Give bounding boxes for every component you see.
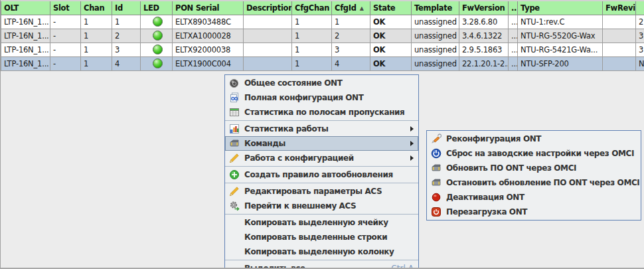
column-header-olt[interactable]: OLT (1, 1, 50, 15)
column-header-state[interactable]: State (370, 1, 412, 15)
cell-cfgid[interactable]: 2 (332, 29, 370, 43)
cell-pon-serial[interactable]: ELTX92000038 (173, 43, 244, 56)
cell-more[interactable]: ... (509, 29, 518, 43)
cell-type[interactable]: NTU-SFP-200 (518, 56, 603, 70)
cell-pon-serial[interactable]: ELTX1900C004 (173, 56, 244, 70)
cell-fwrevision[interactable] (603, 43, 636, 56)
cell-pon-serial[interactable]: ELTXA1000028 (173, 29, 244, 43)
cell-state[interactable]: OK (370, 56, 412, 70)
column-header-pon-serial[interactable]: PON Serial (173, 1, 244, 15)
cell-template[interactable]: unassigned (412, 56, 459, 70)
column-header-description[interactable]: Description (244, 1, 292, 15)
cell-template[interactable]: unassigned (412, 43, 459, 56)
menu-item-work-statistics[interactable]: Статистика работы (225, 122, 418, 136)
cell-olt[interactable]: LTP-16N_1... (1, 43, 50, 56)
menu-item-ont-deactivation[interactable]: Деактивация ONT (427, 190, 641, 205)
cell-led[interactable] (141, 29, 173, 43)
cell-id[interactable]: 4 (112, 56, 141, 70)
cell-slot[interactable]: - (50, 15, 81, 29)
column-header-cfgid[interactable]: CfgId▲ (332, 1, 370, 15)
cell-type[interactable]: NTU-1:rev.C (518, 15, 603, 29)
table-row[interactable]: LTP-16N_1...-14ELTX1900C00414OKunassigne… (1, 56, 644, 70)
cell-fwrevision[interactable] (603, 29, 636, 43)
menu-item-edit-acs-params[interactable]: Редактировать параметры ACS (225, 184, 418, 199)
table-row[interactable]: LTP-16N_1...-12ELTXA100002812OKunassigne… (1, 29, 644, 43)
cell-description[interactable] (244, 15, 292, 29)
cell-more[interactable]: ... (509, 43, 518, 56)
table-row[interactable]: LTP-16N_1...-13ELTX9200003813OKunassigne… (1, 43, 644, 56)
cell-slot[interactable]: - (50, 56, 81, 70)
cell-chan[interactable]: 1 (81, 43, 112, 56)
cell-cfgid[interactable]: 3 (332, 43, 370, 56)
cell-template[interactable]: unassigned (412, 29, 459, 43)
menu-item-copy-selected-rows[interactable]: Копировать выделенные строки (225, 230, 418, 244)
cell-fwversion[interactable]: 22.1.20.1-2... (459, 56, 509, 70)
menu-item-create-autoupdate-rule[interactable]: Создать правило автообновления (225, 167, 418, 182)
cell-state[interactable]: OK (370, 15, 412, 29)
table-row[interactable]: LTP-16N_1...-11ELTX8903488C11OKunassigne… (1, 15, 644, 29)
menu-item-ont-reboot[interactable]: Перезагрузка ONT (427, 205, 641, 219)
cell-state[interactable]: OK (370, 43, 412, 56)
column-header-cfgchan[interactable]: CfgChan (292, 1, 332, 15)
cell-description[interactable] (244, 29, 292, 43)
cell-led[interactable] (141, 56, 173, 70)
column-header-led[interactable]: LED (141, 1, 173, 15)
menu-item-select-all[interactable]: Выделить всеCtrl-A (225, 261, 418, 269)
menu-item-config-operations[interactable]: Работа с конфигурацией (225, 151, 418, 165)
cell-cfgchan[interactable]: 1 (292, 29, 332, 43)
cell-cut[interactable]: N (636, 56, 644, 70)
cell-led[interactable] (141, 15, 173, 29)
column-header-slot[interactable]: Slot (50, 1, 81, 15)
cell-more[interactable]: ... (509, 56, 518, 70)
menu-item-copy-selected-cell[interactable]: Копировать выделенную ячейку (225, 215, 418, 230)
column-header-fwversion[interactable]: FwVersion (459, 1, 509, 15)
menu-item-ont-full-config[interactable]: Полная конфигурация ONT (225, 90, 418, 105)
column-header-type[interactable]: Type (518, 1, 603, 15)
cell-chan[interactable]: 1 (81, 56, 112, 70)
cell-cfgid[interactable]: 4 (332, 56, 370, 70)
column-header-template[interactable]: Template (412, 1, 459, 15)
menu-item-goto-external-acs[interactable]: Перейти к внешнему ACS (225, 199, 418, 213)
menu-item-factory-reset-omci[interactable]: Сброс на заводские настройки через OMCI (427, 146, 641, 161)
cell-chan[interactable]: 1 (81, 29, 112, 43)
cell-olt[interactable]: LTP-16N_1... (1, 15, 50, 29)
cell-fwrevision[interactable] (603, 56, 636, 70)
menu-item-ont-reconfiguration[interactable]: Реконфигурация ONT (427, 132, 641, 146)
cell-led[interactable] (141, 43, 173, 56)
cell-more[interactable]: ... (509, 15, 518, 29)
menu-item-update-firmware-omci[interactable]: Обновить ПО ONT через OMCI (427, 161, 641, 175)
cell-olt[interactable]: LTP-16N_1... (1, 56, 50, 70)
menu-item-bandwidth-statistics[interactable]: Статистика по полосам пропускания (225, 105, 418, 120)
cell-slot[interactable]: - (50, 43, 81, 56)
cell-cut[interactable]: 3 (636, 29, 644, 43)
cell-cfgchan[interactable]: 1 (292, 56, 332, 70)
menu-item-ont-general-state[interactable]: Общее состояние ONT (225, 76, 418, 90)
column-header-more[interactable]: ... (509, 1, 518, 15)
cell-id[interactable]: 1 (112, 15, 141, 29)
cell-state[interactable]: OK (370, 29, 412, 43)
cell-fwversion[interactable]: 3.4.6.1322 (459, 29, 509, 43)
cell-slot[interactable]: - (50, 29, 81, 43)
cell-olt[interactable]: LTP-16N_1... (1, 29, 50, 43)
column-header-chan[interactable]: Chan (81, 1, 112, 15)
menu-item-copy-selected-column[interactable]: Копировать выделенную колонку (225, 244, 418, 259)
cell-id[interactable]: 2 (112, 29, 141, 43)
cell-type[interactable]: NTU-RG-5421G-Wa... (518, 43, 603, 56)
column-header-fwrevision[interactable]: FwRevi... (603, 1, 636, 15)
cell-cut[interactable]: 3 (636, 43, 644, 56)
cell-template[interactable]: unassigned (412, 15, 459, 29)
cell-type[interactable]: NTU-RG-5520G-Wax (518, 29, 603, 43)
column-header-id[interactable]: Id (112, 1, 141, 15)
menu-item-stop-firmware-update-omci[interactable]: Остановить обновление ПО ONT через OMCI (427, 175, 641, 190)
cell-id[interactable]: 3 (112, 43, 141, 56)
cell-chan[interactable]: 1 (81, 15, 112, 29)
cell-pon-serial[interactable]: ELTX8903488C (173, 15, 244, 29)
menu-item-commands[interactable]: Команды (225, 136, 418, 151)
column-header-cut[interactable] (636, 1, 644, 15)
cell-fwrevision[interactable] (603, 15, 636, 29)
cell-cfgchan[interactable]: 1 (292, 15, 332, 29)
cell-cfgchan[interactable]: 1 (292, 43, 332, 56)
cell-description[interactable] (244, 43, 292, 56)
cell-description[interactable] (244, 56, 292, 70)
cell-cut[interactable]: 2 (636, 15, 644, 29)
